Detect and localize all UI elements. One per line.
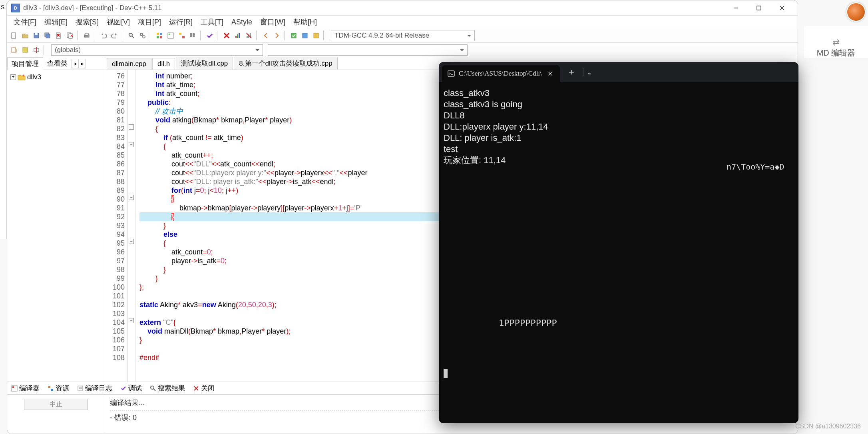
terminal-window: C:\Users\ASUS\Desktop\Cdll\ ✕ ＋ ⌄ class_… <box>439 62 798 423</box>
print-icon[interactable] <box>82 30 92 41</box>
file-tab[interactable]: dll.h <box>152 58 175 70</box>
profile-icon[interactable] <box>233 30 243 41</box>
svg-text:✕: ✕ <box>70 34 73 38</box>
tree-root-item[interactable]: + dllv3 <box>10 72 102 82</box>
project-panel: 项目管理 查看类 ◂ ▸ + dllv3 <box>7 57 105 382</box>
tab-compiler[interactable]: 编译器 <box>7 382 44 394</box>
open-file-icon[interactable] <box>20 30 30 41</box>
replace-icon[interactable] <box>137 30 148 41</box>
svg-rect-52 <box>51 389 53 391</box>
insert-icon[interactable] <box>289 30 299 41</box>
save-all-icon[interactable] <box>42 30 53 41</box>
fold-column[interactable]: −−−−− <box>127 70 135 382</box>
abort-area: 中止 <box>7 395 105 434</box>
menu-文件[interactable]: 文件[F] <box>10 16 40 28</box>
class-select[interactable]: (globals) <box>51 44 263 56</box>
svg-rect-4 <box>12 33 16 38</box>
menu-编辑[interactable]: 编辑[E] <box>40 16 72 28</box>
svg-rect-42 <box>291 33 296 38</box>
menu-帮助[interactable]: 帮助[H] <box>289 16 321 28</box>
svg-rect-24 <box>160 36 162 38</box>
goto-forward-icon[interactable] <box>272 30 282 41</box>
tab-search-results[interactable]: 搜索结果 <box>146 382 189 394</box>
tab-close[interactable]: 关闭 <box>189 382 219 394</box>
tab-compile-log[interactable]: 编译日志 <box>73 382 116 394</box>
svg-rect-51 <box>48 386 50 388</box>
maximize-button[interactable] <box>747 0 770 16</box>
menu-项目[interactable]: 项目[P] <box>134 16 165 28</box>
watermark: CSDN @a1309602336 <box>795 423 861 430</box>
close-file-icon[interactable] <box>54 30 64 41</box>
debug-stop-icon[interactable] <box>221 30 232 41</box>
tab-scroll-right[interactable]: ▸ <box>79 59 86 68</box>
goto-back-icon[interactable] <box>261 30 271 41</box>
compiler-select[interactable]: TDM-GCC 4.9.2 64-bit Release <box>331 30 475 41</box>
menu-工具[interactable]: 工具[T] <box>197 16 227 28</box>
svg-rect-6 <box>35 33 38 35</box>
svg-rect-35 <box>235 36 237 38</box>
run-icon[interactable] <box>165 30 176 41</box>
compile-run-icon[interactable] <box>177 30 187 41</box>
tab-class-view[interactable]: 查看类 <box>43 57 72 70</box>
svg-point-20 <box>143 36 145 38</box>
menu-搜索[interactable]: 搜索[S] <box>72 16 103 28</box>
terminal-dropdown-icon[interactable]: ⌄ <box>583 68 595 76</box>
tab-scroll-left[interactable]: ◂ <box>72 59 79 68</box>
terminal-titlebar: C:\Users\ASUS\Desktop\Cdll\ ✕ ＋ ⌄ <box>439 62 798 82</box>
compile-icon[interactable] <box>154 30 165 41</box>
terminal-new-tab[interactable]: ＋ <box>560 66 583 78</box>
toolbar-class: (globals) <box>7 43 798 57</box>
expander-icon[interactable]: + <box>10 74 16 80</box>
find-icon[interactable] <box>126 30 137 41</box>
menu-视图[interactable]: 视图[V] <box>103 16 134 28</box>
svg-rect-29 <box>190 33 192 35</box>
menu-astyle[interactable]: AStyle <box>227 16 256 28</box>
resources-icon <box>48 385 54 392</box>
svg-point-19 <box>140 33 143 36</box>
new-class-icon[interactable] <box>9 45 19 55</box>
line-gutter: 7677787980818283848586878889909192939495… <box>105 70 127 382</box>
svg-rect-45 <box>12 48 16 52</box>
debug-check-icon[interactable] <box>205 30 215 41</box>
new-file-icon[interactable] <box>9 30 19 41</box>
file-tab[interactable]: dllmain.cpp <box>107 58 151 70</box>
terminal-tab[interactable]: C:\Users\ASUS\Desktop\Cdll\ ✕ <box>442 65 560 82</box>
redo-icon[interactable] <box>109 30 120 41</box>
menu-窗口[interactable]: 窗口[W] <box>256 16 289 28</box>
bookmark-icon[interactable] <box>300 30 310 41</box>
close-button[interactable] <box>770 0 794 16</box>
close-all-icon[interactable]: ✕ <box>65 30 75 41</box>
delete-profile-icon[interactable] <box>244 30 254 41</box>
partial-left-window: S <box>0 3 7 239</box>
svg-rect-23 <box>157 36 159 38</box>
terminal-body[interactable]: class_atkv3class_atkv3 is goingDLL8DLL:p… <box>439 82 798 384</box>
tab-project-manage[interactable]: 项目管理 <box>7 57 43 70</box>
menu-运行[interactable]: 运行[R] <box>165 16 197 28</box>
undo-icon[interactable] <box>98 30 109 41</box>
svg-rect-28 <box>182 36 185 38</box>
terminal-icon <box>448 70 455 77</box>
switch-icon[interactable]: ⇄ <box>832 37 840 48</box>
goto-icon[interactable] <box>311 30 321 41</box>
terminal-tab-close[interactable]: ✕ <box>546 70 554 78</box>
app-icon: D <box>11 4 20 12</box>
tree-root-label: dllv3 <box>27 73 41 81</box>
method-select[interactable] <box>268 44 468 56</box>
svg-rect-37 <box>239 33 240 38</box>
compiler-icon <box>11 385 18 392</box>
file-tab[interactable]: 8.第一个dll攻击类读取成功.cpp <box>234 57 337 70</box>
overlay-garbage-text: n7\Too%Y=a◆D <box>727 162 784 172</box>
new-method-icon[interactable] <box>20 45 30 55</box>
file-tab[interactable]: 测试读取dll.cpp <box>176 57 233 70</box>
close-icon <box>193 385 199 392</box>
minimize-button[interactable] <box>724 0 747 16</box>
abort-button[interactable]: 中止 <box>24 399 88 410</box>
svg-rect-22 <box>160 33 162 35</box>
tab-resources[interactable]: 资源 <box>44 382 73 394</box>
svg-rect-31 <box>190 35 192 37</box>
goto-decl-icon[interactable] <box>31 45 42 55</box>
project-tree[interactable]: + dllv3 <box>7 70 105 382</box>
save-icon[interactable] <box>31 30 42 41</box>
rebuild-icon[interactable] <box>188 30 198 41</box>
tab-debug[interactable]: 调试 <box>116 382 146 394</box>
